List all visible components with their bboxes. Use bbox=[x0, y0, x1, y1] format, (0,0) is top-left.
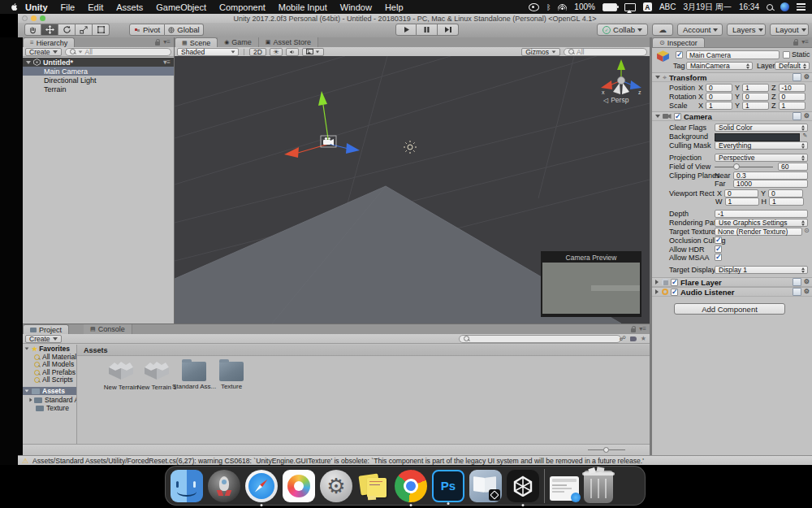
menu-window[interactable]: Window bbox=[334, 2, 378, 12]
rendering-path-dropdown[interactable]: Use Graphics Settings bbox=[715, 219, 808, 227]
transform-component-header[interactable]: ⌖ Transform ⚙ bbox=[652, 72, 812, 82]
audio-listener-header[interactable]: Audio Listener ⚙ bbox=[652, 287, 812, 297]
help-book-icon[interactable] bbox=[793, 73, 801, 81]
menubar-app-name[interactable]: Unity bbox=[19, 2, 54, 12]
tab-game[interactable]: ◉ Game bbox=[218, 37, 259, 47]
thumbnail-size-slider-thumb[interactable] bbox=[603, 447, 609, 453]
static-checkbox[interactable] bbox=[783, 51, 790, 59]
scene-effects-dropdown[interactable] bbox=[302, 48, 324, 56]
menu-gameobject[interactable]: GameObject bbox=[149, 2, 213, 12]
near-field[interactable]: 0.3 bbox=[733, 172, 808, 180]
layers-dropdown[interactable]: Layers bbox=[727, 24, 766, 36]
play-button[interactable] bbox=[395, 24, 417, 36]
dock-chrome-icon[interactable] bbox=[395, 470, 427, 502]
position-x-field[interactable]: 0 bbox=[706, 84, 732, 92]
tab-asset-store[interactable]: ▣ Asset Store bbox=[259, 37, 318, 47]
position-z-field[interactable]: -10 bbox=[779, 84, 806, 92]
hierarchy-item-terrain[interactable]: Terrain bbox=[23, 85, 174, 93]
search-by-type-icon[interactable]: ☍ bbox=[620, 335, 626, 342]
siri-icon[interactable] bbox=[780, 2, 789, 11]
asset-texture-folder[interactable]: Texture bbox=[214, 358, 249, 390]
status-bar[interactable]: ⚠ Assets/Standard Assets/Utility/ForcedR… bbox=[18, 455, 812, 465]
gizmos-dropdown[interactable]: Gizmos bbox=[521, 48, 560, 56]
scale-z-field[interactable]: 1 bbox=[779, 102, 806, 110]
gear-icon[interactable]: ⚙ bbox=[804, 74, 810, 80]
fov-value-field[interactable]: 60 bbox=[778, 163, 808, 171]
menu-component[interactable]: Component bbox=[213, 2, 272, 12]
menu-file[interactable]: File bbox=[54, 2, 82, 12]
spotlight-icon[interactable] bbox=[767, 4, 773, 11]
tab-hierarchy[interactable]: ≡ Hierarchy bbox=[23, 37, 75, 47]
rotation-z-field[interactable]: 0 bbox=[779, 93, 806, 101]
target-display-dropdown[interactable]: Display 1 bbox=[715, 266, 808, 274]
notification-center-icon[interactable] bbox=[797, 3, 806, 10]
occlusion-culling-checkbox[interactable] bbox=[715, 237, 722, 244]
background-color-swatch[interactable] bbox=[715, 133, 800, 141]
menu-assets[interactable]: Assets bbox=[110, 2, 149, 12]
eyedropper-button[interactable]: ✎ bbox=[801, 132, 809, 141]
dock-launchpad-icon[interactable] bbox=[208, 470, 240, 502]
menubar-time[interactable]: 16:34 bbox=[739, 2, 759, 11]
hierarchy-item-directional-light[interactable]: Directional Light bbox=[23, 76, 174, 85]
asset-new-terrain[interactable]: New Terrain bbox=[103, 358, 139, 391]
dock-system-preferences-icon[interactable]: ⚙ bbox=[320, 470, 352, 502]
viewport-h-field[interactable]: 1 bbox=[769, 198, 804, 206]
dock-stickies-icon[interactable] bbox=[357, 470, 390, 502]
fov-slider-track[interactable] bbox=[715, 167, 773, 167]
help-book-icon[interactable] bbox=[793, 278, 801, 286]
flare-layer-header[interactable]: Flare Layer ⚙ bbox=[652, 277, 812, 287]
scale-y-field[interactable]: 1 bbox=[742, 102, 769, 110]
shading-mode-dropdown[interactable]: Shaded bbox=[177, 48, 239, 56]
eye-status-icon[interactable] bbox=[529, 3, 539, 11]
layout-dropdown[interactable]: Layout bbox=[770, 24, 809, 36]
lock-icon[interactable] bbox=[155, 41, 160, 46]
asset-new-terrain-1[interactable]: New Terrain 1 bbox=[139, 358, 175, 391]
flare-layer-checkbox[interactable] bbox=[671, 279, 678, 286]
move-tool-button[interactable] bbox=[41, 24, 58, 36]
step-button[interactable] bbox=[438, 24, 459, 36]
collab-button[interactable]: ✓ Collab bbox=[597, 24, 648, 36]
camera-component-header[interactable]: Camera ⚙ bbox=[652, 111, 812, 121]
project-lock-icon[interactable] bbox=[631, 328, 636, 332]
help-book-icon[interactable] bbox=[793, 288, 801, 296]
rect-tool-button[interactable] bbox=[93, 24, 110, 36]
rotation-x-field[interactable]: 0 bbox=[706, 93, 732, 101]
tab-project[interactable]: Project bbox=[23, 324, 69, 334]
pivot-toggle-button[interactable]: Pivot bbox=[129, 24, 165, 36]
dock-unity-docs-icon[interactable] bbox=[469, 470, 502, 502]
dock-finder-icon[interactable] bbox=[171, 470, 203, 502]
hand-tool-button[interactable] bbox=[24, 24, 41, 36]
dock-minimized-window[interactable] bbox=[550, 476, 579, 501]
scene-search-input[interactable]: All bbox=[564, 48, 647, 56]
far-field[interactable]: 1000 bbox=[733, 180, 808, 188]
gameobject-cube-icon[interactable] bbox=[656, 50, 670, 62]
rotate-tool-button[interactable] bbox=[58, 24, 76, 36]
display-mirroring-icon[interactable] bbox=[624, 3, 636, 11]
tab-scene[interactable]: ▦ Scene bbox=[175, 37, 218, 47]
project-search-input[interactable] bbox=[459, 335, 621, 343]
search-filter-arrow[interactable] bbox=[78, 50, 82, 53]
tab-inspector[interactable]: ⊙ Inspector bbox=[652, 37, 705, 47]
clear-flags-dropdown[interactable]: Solid Color bbox=[715, 124, 808, 132]
persp-mode-label[interactable]: ◁ Persp bbox=[603, 96, 628, 104]
projection-dropdown[interactable]: Perspective bbox=[715, 154, 808, 162]
hierarchy-item-main-camera[interactable]: Main Camera bbox=[23, 67, 174, 76]
allow-hdr-checkbox[interactable] bbox=[715, 245, 722, 253]
viewport-x-field[interactable]: 0 bbox=[724, 189, 758, 198]
favorites-root[interactable]: ★Favorites bbox=[23, 345, 70, 353]
menu-edit[interactable]: Edit bbox=[81, 2, 110, 12]
scene-header-row[interactable]: Untitled* ▾≡ bbox=[23, 58, 174, 67]
inspector-menu-icon[interactable]: ▾≡ bbox=[801, 39, 809, 46]
layer-dropdown[interactable]: Default bbox=[775, 62, 810, 70]
search-by-label-icon[interactable] bbox=[630, 336, 637, 341]
tree-assets-root[interactable]: Assets bbox=[23, 387, 76, 395]
audio-listener-checkbox[interactable] bbox=[671, 289, 678, 296]
menubar-date[interactable]: 3月19日 周一 bbox=[684, 2, 732, 13]
help-book-icon[interactable] bbox=[793, 112, 801, 120]
object-picker-icon[interactable]: ⊙ bbox=[804, 227, 810, 234]
menu-help[interactable]: Help bbox=[378, 2, 410, 12]
gameobject-active-checkbox[interactable] bbox=[676, 51, 683, 59]
input-source-icon[interactable]: A bbox=[643, 2, 652, 11]
gear-icon[interactable]: ⚙ bbox=[804, 113, 810, 119]
depth-field[interactable]: -1 bbox=[715, 210, 808, 218]
